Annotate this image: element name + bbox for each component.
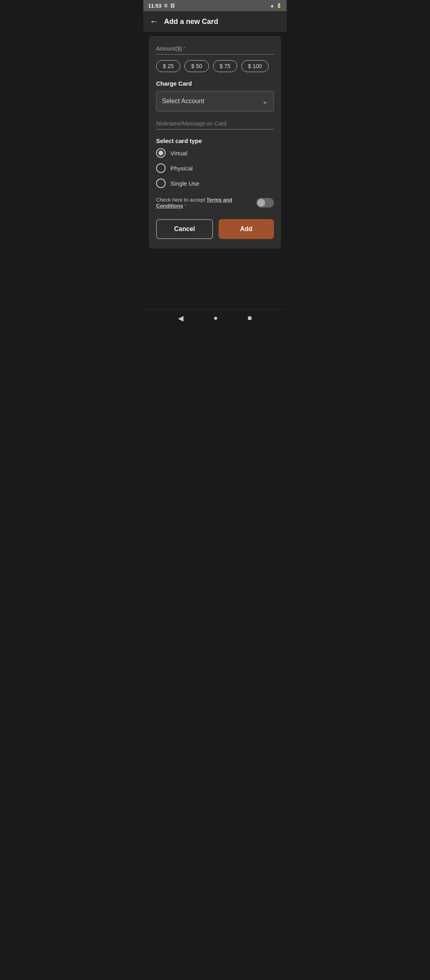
nav-back-button[interactable]: ◀ <box>178 314 184 323</box>
radio-physical[interactable]: Physical <box>156 163 274 173</box>
card-form: Amount($)* $ 25 $ 50 $ 75 $ 100 Charge C… <box>149 36 281 249</box>
bottom-nav: ◀ ● ■ <box>143 309 287 327</box>
amount-chips: $ 25 $ 50 $ 75 $ 100 <box>156 60 274 72</box>
status-icon-sim: 🖺 <box>164 3 168 8</box>
radio-outer-single-use <box>156 178 166 188</box>
chip-75[interactable]: $ 75 <box>213 60 237 72</box>
nav-home-button[interactable]: ● <box>213 314 218 322</box>
nickname-placeholder: Nickname/Message on Card <box>156 120 227 127</box>
chip-50[interactable]: $ 50 <box>184 60 209 72</box>
toggle-thumb <box>257 199 265 207</box>
amount-required: * <box>183 45 185 52</box>
main-content: Amount($)* $ 25 $ 50 $ 75 $ 100 Charge C… <box>143 32 287 281</box>
page-title: Add a new Card <box>164 18 218 26</box>
radio-outer-physical <box>156 163 166 173</box>
button-row: Cancel Add <box>156 219 274 239</box>
terms-required: * <box>184 203 186 209</box>
radio-inner-virtual <box>158 151 163 155</box>
radio-label-single-use: Single Use <box>170 180 199 187</box>
radio-label-virtual: Virtual <box>170 150 187 157</box>
charge-card-label: Charge Card <box>156 80 274 87</box>
battery-icon: 🔋 <box>276 3 282 8</box>
card-type-radio-group: Virtual Physical Single Use <box>156 148 274 188</box>
status-bar-left: 11:53 🖺 🖼 <box>148 3 175 9</box>
radio-outer-virtual <box>156 148 166 158</box>
chevron-down-icon: ⌄ <box>262 97 268 106</box>
status-bar: 11:53 🖺 🖼 ▲ 🔋 <box>143 0 287 11</box>
amount-label: Amount($)* <box>156 45 274 52</box>
terms-section: Check here to accept Terms and Condition… <box>156 197 274 209</box>
radio-single-use[interactable]: Single Use <box>156 178 274 188</box>
nav-recent-button[interactable]: ■ <box>248 314 252 322</box>
status-bar-right: ▲ 🔋 <box>270 3 282 8</box>
amount-underline <box>156 54 274 55</box>
cancel-button[interactable]: Cancel <box>156 219 213 239</box>
terms-text: Check here to accept Terms and Condition… <box>156 197 252 209</box>
status-icon-photo: 🖼 <box>170 3 175 8</box>
back-button[interactable]: ← <box>150 16 158 27</box>
add-button[interactable]: Add <box>219 219 274 239</box>
wifi-icon: ▲ <box>270 3 274 8</box>
terms-toggle[interactable] <box>256 198 274 208</box>
status-time: 11:53 <box>148 3 161 9</box>
top-bar: ← Add a new Card <box>143 11 287 32</box>
radio-virtual[interactable]: Virtual <box>156 148 274 158</box>
bottom-spacer <box>143 281 287 309</box>
card-type-label: Select card type <box>156 137 274 144</box>
select-account-dropdown[interactable]: Select Account ⌄ <box>156 91 274 112</box>
radio-label-physical: Physical <box>170 165 193 172</box>
nickname-field[interactable]: Nickname/Message on Card <box>156 120 274 129</box>
select-account-text: Select Account <box>162 98 204 105</box>
chip-25[interactable]: $ 25 <box>156 60 180 72</box>
chip-100[interactable]: $ 100 <box>241 60 269 72</box>
